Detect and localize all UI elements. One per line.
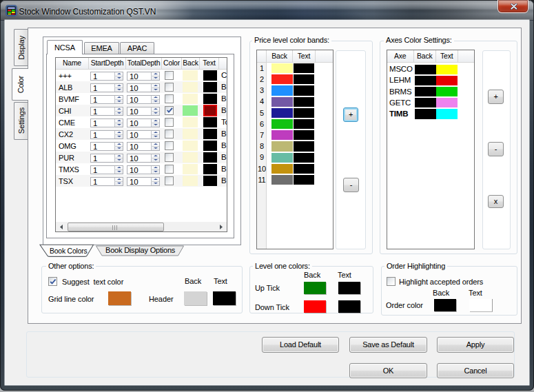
svg-text:Book Colors: Book Colors (50, 247, 88, 255)
svg-text:Book Display Options: Book Display Options (105, 246, 176, 254)
